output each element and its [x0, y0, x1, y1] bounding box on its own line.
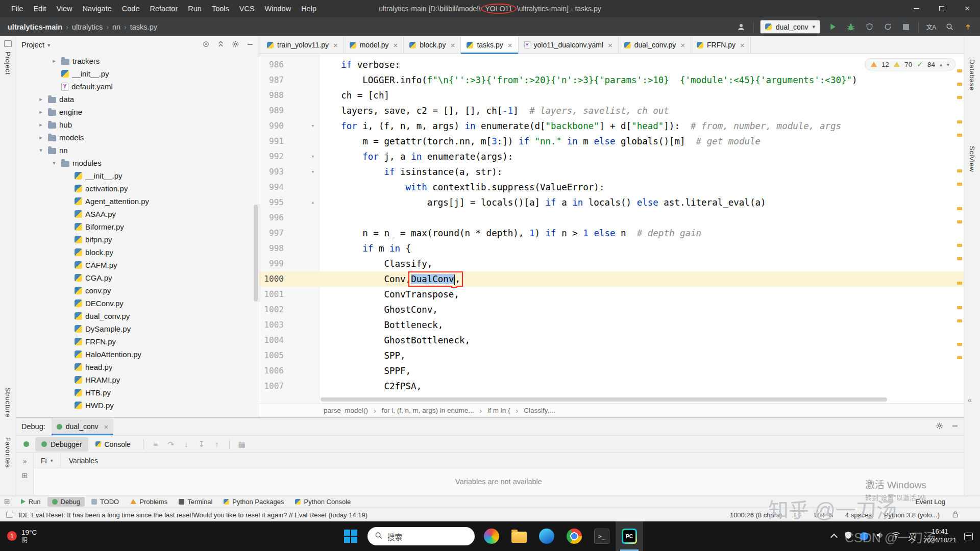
- tree-item-nn[interactable]: ▾nn: [16, 144, 259, 157]
- chevron-down-icon[interactable]: ▾: [37, 147, 45, 154]
- close-tab-icon[interactable]: ×: [508, 41, 512, 49]
- taskbar-weather-widget[interactable]: 1 19°C 阴: [0, 529, 37, 544]
- view-breakpoints-icon[interactable]: ▦: [236, 440, 248, 449]
- menu-view[interactable]: View: [51, 1, 77, 16]
- tree-item-init-py[interactable]: __init__.py: [16, 169, 259, 182]
- taskbar-app-terminal[interactable]: >_: [588, 521, 616, 551]
- maximize-button[interactable]: [929, 0, 954, 17]
- error-stripe[interactable]: [957, 54, 963, 403]
- code-line-1007[interactable]: 1007 C2fPSA,: [259, 379, 964, 394]
- editor-tab-dual-conv-py[interactable]: dual_conv.py×: [619, 36, 691, 54]
- horizontal-scrollbar[interactable]: [321, 397, 887, 402]
- tree-item-bifpn-py[interactable]: bifpn.py: [16, 233, 259, 246]
- debug-view-tab-console[interactable]: Console: [89, 437, 137, 452]
- menu-file[interactable]: File: [6, 1, 28, 16]
- tree-item-data[interactable]: ▸data: [16, 93, 259, 106]
- code-line-1006[interactable]: 1006 SPPF,: [259, 363, 964, 379]
- breadcrumb-nn[interactable]: nn: [111, 22, 122, 32]
- gear-icon[interactable]: [232, 40, 239, 49]
- chevron-right-icon[interactable]: ▸: [37, 109, 45, 115]
- chevron-right-icon[interactable]: ▸: [37, 134, 45, 141]
- chevron-right-icon[interactable]: ▸: [37, 96, 45, 103]
- menu-edit[interactable]: Edit: [28, 1, 51, 16]
- tree-item-block-py[interactable]: block.py: [16, 246, 259, 259]
- toolwindow-button-python-packages[interactable]: Python Packages: [219, 497, 288, 507]
- code-line-988[interactable]: 988 ch = [ch]: [259, 88, 964, 103]
- close-tab-icon[interactable]: ×: [333, 41, 338, 49]
- menu-vcs[interactable]: VCS: [234, 1, 260, 16]
- run-button[interactable]: [826, 21, 839, 33]
- taskbar-app-pinwheel[interactable]: [478, 521, 505, 551]
- editor-breadcrumb-1[interactable]: for i, (f, n, m, args) in enume...: [382, 407, 474, 414]
- taskbar-app-chrome[interactable]: [560, 521, 588, 551]
- force-step-into-icon[interactable]: ↧: [195, 440, 208, 449]
- update-available-icon[interactable]: [962, 21, 974, 33]
- close-tab-icon[interactable]: ×: [740, 41, 745, 49]
- code-line-999[interactable]: 999 Classify,: [259, 256, 964, 271]
- code-line-998[interactable]: 998 if m in {: [259, 241, 964, 256]
- inspections-widget[interactable]: 12 70 ✓84 ▴ ▾: [865, 58, 955, 70]
- taskbar-app-edge[interactable]: [533, 521, 560, 551]
- rerun-icon[interactable]: »: [23, 457, 27, 465]
- stripe-tab-favorites[interactable]: Favorites: [4, 437, 12, 468]
- menu-code[interactable]: Code: [117, 1, 145, 16]
- code-line-1000[interactable]: 1000 Conv,DualConv,: [259, 271, 964, 287]
- chevron-down-icon[interactable]: ▾: [50, 160, 58, 166]
- debug-session-tab[interactable]: dual_conv ×: [52, 418, 114, 435]
- collapse-stripe-icon[interactable]: «: [968, 396, 972, 404]
- select-opened-file-icon[interactable]: [202, 40, 210, 49]
- toolwindow-button-problems[interactable]: Problems: [126, 497, 172, 507]
- layout-settings-icon[interactable]: ≡: [150, 440, 162, 448]
- tree-item-conv-py[interactable]: conv.py: [16, 284, 259, 297]
- tree-item-modules[interactable]: ▾modules: [16, 157, 259, 169]
- start-button[interactable]: [337, 521, 364, 551]
- tree-item-init-py[interactable]: __init__.py: [16, 67, 259, 80]
- debug-view-tab-debugger[interactable]: Debugger: [35, 437, 88, 452]
- fold-collapse-icon[interactable]: ▾: [289, 164, 320, 180]
- step-over-icon[interactable]: ↷: [165, 440, 177, 449]
- breadcrumb-ultralytics-main[interactable]: ultralytics-main: [6, 22, 64, 32]
- quick-access-icon[interactable]: ⊞: [4, 497, 10, 506]
- tree-item-asaa-py[interactable]: ASAA.py: [16, 208, 259, 220]
- code-line-989[interactable]: 989 layers, save, c2 = [], [], ch[-1] # …: [259, 103, 964, 118]
- project-scrollbar[interactable]: [254, 205, 258, 302]
- tree-item-htb-py[interactable]: HTB.py: [16, 386, 259, 399]
- taskbar-app-explorer[interactable]: [505, 521, 533, 551]
- chevron-up-icon[interactable]: [830, 534, 838, 541]
- toolwindow-button-todo[interactable]: TODO: [87, 497, 124, 507]
- step-into-icon[interactable]: ↓: [180, 440, 192, 448]
- stripe-tab-project[interactable]: Project: [4, 52, 12, 75]
- menu-refactor[interactable]: Refactor: [144, 1, 183, 16]
- menu-help[interactable]: Help: [296, 1, 322, 16]
- coverage-button[interactable]: [863, 21, 875, 33]
- stripe-tab-structure[interactable]: Structure: [4, 387, 12, 417]
- toolwindow-button-python-console[interactable]: Python Console: [290, 497, 355, 507]
- user-icon[interactable]: [735, 21, 747, 33]
- debug-button[interactable]: [845, 21, 857, 33]
- mute-breakpoints-icon[interactable]: ⊞: [22, 471, 28, 480]
- code-line-990[interactable]: 990▾ for i, (f, n, m, args) in enumerate…: [259, 118, 964, 134]
- editor-breadcrumb-2[interactable]: if m in {: [487, 407, 510, 414]
- gear-icon[interactable]: [936, 422, 943, 431]
- tree-item-cafm-py[interactable]: CAFM.py: [16, 259, 259, 271]
- editor[interactable]: 986 if verbose:987 LOGGER.info(f"\n{'':>…: [259, 54, 964, 403]
- fold-collapse-icon[interactable]: ▾: [289, 118, 320, 134]
- code-line-986[interactable]: 986 if verbose:: [259, 57, 964, 72]
- code-editor[interactable]: 986 if verbose:987 LOGGER.info(f"\n{'':>…: [259, 54, 964, 403]
- hide-panel-icon[interactable]: [951, 422, 959, 431]
- variables-tab[interactable]: Variables: [61, 457, 106, 465]
- next-problem-icon[interactable]: ▾: [947, 62, 949, 67]
- code-line-993[interactable]: 993▾ if isinstance(a, str):: [259, 164, 964, 180]
- toolwindow-button-terminal[interactable]: Terminal: [174, 497, 217, 507]
- editor-breadcrumb-3[interactable]: Classify,...: [524, 407, 555, 414]
- hide-panel-icon[interactable]: [247, 41, 254, 49]
- code-line-996[interactable]: 996: [259, 210, 964, 226]
- collapse-all-icon[interactable]: [217, 40, 225, 49]
- editor-tab-train-yolov11-py[interactable]: train_yolov11.py×: [261, 36, 344, 54]
- close-tab-icon[interactable]: ×: [608, 41, 612, 49]
- tree-item-hrami-py[interactable]: HRAMI.py: [16, 373, 259, 386]
- toolwindow-button-run[interactable]: Run: [16, 497, 45, 507]
- lock-icon[interactable]: [952, 511, 959, 519]
- code-line-997[interactable]: 997 n = n_ = max(round(n * depth), 1) if…: [259, 226, 964, 241]
- code-line-1005[interactable]: 1005 SPP,: [259, 348, 964, 363]
